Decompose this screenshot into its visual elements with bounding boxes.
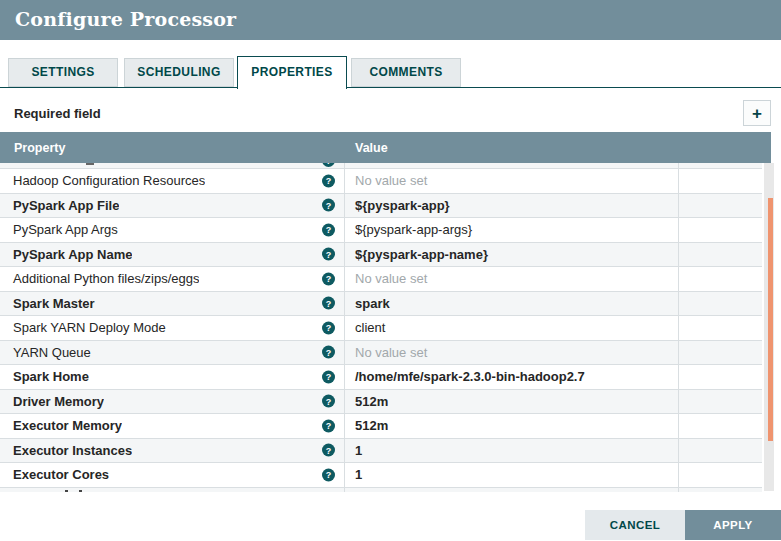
tab-properties[interactable]: PROPERTIES bbox=[237, 56, 347, 89]
property-name: PySpark App File bbox=[0, 198, 119, 213]
property-row[interactable]: PySpark App File?${pyspark-app} bbox=[0, 194, 762, 219]
property-row[interactable]: YARN Queue?No value set bbox=[0, 341, 762, 366]
row-filler bbox=[679, 365, 762, 389]
dialog-header: Configure Processor bbox=[0, 0, 781, 40]
tab-scheduling[interactable]: SCHEDULING bbox=[124, 58, 234, 87]
help-icon[interactable]: ? bbox=[322, 199, 335, 212]
row-filler bbox=[679, 341, 762, 365]
row-filler bbox=[679, 218, 762, 242]
property-row[interactable]: Spark Home?/home/mfe/spark-2.3.0-bin-had… bbox=[0, 365, 762, 390]
help-icon[interactable]: ? bbox=[322, 297, 335, 310]
property-value[interactable]: ${pyspark-app-name} bbox=[345, 243, 679, 267]
property-name: Executor Memory bbox=[0, 418, 122, 433]
row-filler bbox=[679, 267, 762, 291]
help-icon[interactable]: ? bbox=[322, 444, 335, 457]
property-name-cell: PySpark App File? bbox=[0, 194, 345, 218]
property-name: PySpark App Args bbox=[0, 222, 118, 237]
row-filler bbox=[679, 414, 762, 438]
property-value[interactable] bbox=[345, 163, 679, 168]
property-value[interactable]: client bbox=[345, 316, 679, 340]
row-filler bbox=[679, 163, 762, 168]
property-name-cell: Executor Instances? bbox=[0, 439, 345, 463]
property-name: YARN Queue bbox=[0, 345, 91, 360]
property-value[interactable] bbox=[345, 488, 679, 493]
help-icon[interactable]: ? bbox=[322, 163, 335, 167]
property-value[interactable]: 1 bbox=[345, 463, 679, 487]
property-name: PySpark App Name bbox=[0, 247, 132, 262]
add-property-button[interactable]: + bbox=[743, 100, 771, 126]
apply-button[interactable]: APPLY bbox=[685, 510, 781, 540]
help-icon[interactable]: ? bbox=[322, 395, 335, 408]
row-filler bbox=[679, 169, 762, 193]
row-filler bbox=[679, 463, 762, 487]
property-row[interactable]: Driver Memory?512m bbox=[0, 390, 762, 415]
property-value[interactable]: spark bbox=[345, 292, 679, 316]
tab-bar: SETTINGS SCHEDULING PROPERTIES COMMENTS bbox=[0, 56, 781, 90]
property-name-cell bbox=[0, 488, 345, 493]
help-icon[interactable]: ? bbox=[322, 223, 335, 236]
property-row[interactable]: Spark YARN Deploy Mode?client bbox=[0, 316, 762, 341]
help-icon[interactable]: ? bbox=[322, 248, 335, 261]
property-value[interactable]: No value set bbox=[345, 267, 679, 291]
property-name: Spark YARN Deploy Mode bbox=[0, 320, 166, 335]
row-filler bbox=[679, 439, 762, 463]
property-name-cell: Executor Cores? bbox=[0, 463, 345, 487]
properties-table-body: ?Hadoop Configuration Resources?No value… bbox=[0, 163, 762, 492]
property-name-cell: Executor Memory? bbox=[0, 414, 345, 438]
help-icon[interactable]: ? bbox=[322, 419, 335, 432]
row-filler bbox=[679, 292, 762, 316]
tab-underline bbox=[0, 87, 781, 88]
property-value[interactable]: ${pyspark-app-args} bbox=[345, 218, 679, 242]
required-field-label: Required field bbox=[14, 106, 101, 121]
property-name-cell: YARN Queue? bbox=[0, 341, 345, 365]
row-filler bbox=[679, 194, 762, 218]
help-icon[interactable]: ? bbox=[322, 468, 335, 481]
property-row[interactable]: PySpark App Name?${pyspark-app-name} bbox=[0, 243, 762, 268]
property-value[interactable]: 512m bbox=[345, 390, 679, 414]
property-name-cell: Spark YARN Deploy Mode? bbox=[0, 316, 345, 340]
tab-comments[interactable]: COMMENTS bbox=[351, 58, 461, 87]
property-row[interactable]: Hadoop Configuration Resources?No value … bbox=[0, 169, 762, 194]
property-row-clipped[interactable] bbox=[0, 488, 762, 493]
help-icon[interactable]: ? bbox=[322, 174, 335, 187]
help-icon[interactable]: ? bbox=[322, 321, 335, 334]
property-value[interactable]: /home/mfe/spark-2.3.0-bin-hadoop2.7 bbox=[345, 365, 679, 389]
property-row[interactable]: Executor Instances?1 bbox=[0, 439, 762, 464]
property-row[interactable]: Executor Memory?512m bbox=[0, 414, 762, 439]
property-value[interactable]: No value set bbox=[345, 341, 679, 365]
property-value[interactable]: 1 bbox=[345, 439, 679, 463]
property-name-cell: PySpark App Name? bbox=[0, 243, 345, 267]
property-name-cell: Spark Home? bbox=[0, 365, 345, 389]
property-value[interactable]: No value set bbox=[345, 169, 679, 193]
property-name-cell: Hadoop Configuration Resources? bbox=[0, 169, 345, 193]
table-header: Property Value bbox=[0, 132, 771, 163]
property-row[interactable]: Additional Python files/zips/eggs?No val… bbox=[0, 267, 762, 292]
property-row[interactable]: PySpark App Args?${pyspark-app-args} bbox=[0, 218, 762, 243]
property-name-cell: Driver Memory? bbox=[0, 390, 345, 414]
property-value[interactable]: ${pyspark-app} bbox=[345, 194, 679, 218]
row-filler bbox=[679, 390, 762, 414]
property-name-cell: PySpark App Args? bbox=[0, 218, 345, 242]
property-name-cell: Spark Master? bbox=[0, 292, 345, 316]
property-row[interactable]: Executor Cores?1 bbox=[0, 463, 762, 488]
dialog-title: Configure Processor bbox=[0, 0, 781, 30]
property-name-cell: ? bbox=[0, 163, 345, 168]
help-icon[interactable]: ? bbox=[322, 346, 335, 359]
configure-processor-dialog: Configure Processor SETTINGS SCHEDULING … bbox=[0, 0, 781, 541]
property-name: Driver Memory bbox=[0, 394, 104, 409]
column-header-property: Property bbox=[0, 141, 345, 155]
property-name: Executor Instances bbox=[0, 443, 132, 458]
property-value[interactable]: 512m bbox=[345, 414, 679, 438]
property-name: Hadoop Configuration Resources bbox=[0, 173, 205, 188]
row-filler bbox=[679, 488, 762, 493]
property-name: Additional Python files/zips/eggs bbox=[0, 271, 199, 286]
property-name: Spark Home bbox=[0, 369, 89, 384]
tab-settings[interactable]: SETTINGS bbox=[8, 58, 118, 87]
row-filler bbox=[679, 243, 762, 267]
cancel-button[interactable]: CANCEL bbox=[585, 510, 685, 540]
vertical-scrollbar-thumb[interactable] bbox=[768, 198, 773, 441]
vertical-scrollbar-track[interactable] bbox=[764, 163, 774, 491]
property-row[interactable]: Spark Master?spark bbox=[0, 292, 762, 317]
help-icon[interactable]: ? bbox=[322, 272, 335, 285]
help-icon[interactable]: ? bbox=[322, 370, 335, 383]
